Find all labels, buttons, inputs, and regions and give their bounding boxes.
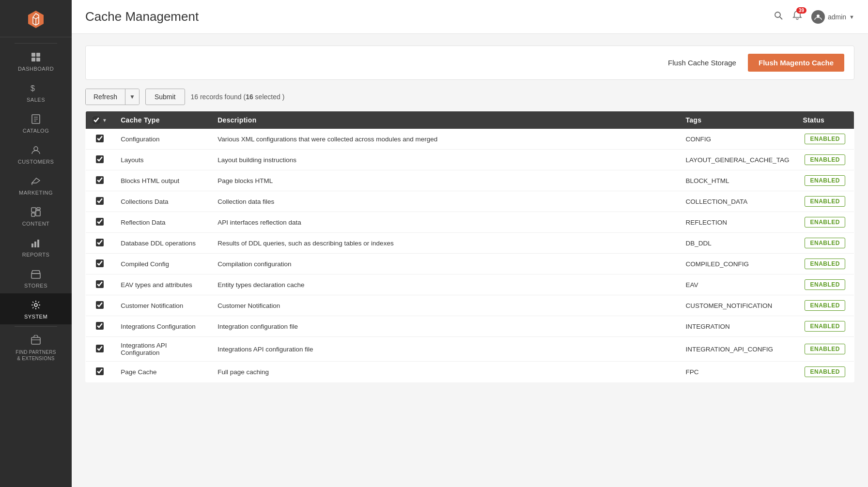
- sales-label: SALES: [27, 97, 45, 103]
- row-cache-type: Page Cache: [114, 362, 211, 382]
- row-checkbox[interactable]: [96, 197, 104, 205]
- sidebar-item-stores[interactable]: STORES: [0, 262, 72, 293]
- user-avatar: [811, 10, 825, 24]
- row-description: Integration configuration file: [211, 316, 679, 337]
- row-tags: FPC: [679, 362, 796, 382]
- page-title: Cache Management: [85, 9, 199, 24]
- row-checkbox-cell[interactable]: [86, 362, 114, 382]
- row-checkbox-cell[interactable]: [86, 274, 114, 295]
- status-badge: ENABLED: [805, 238, 845, 248]
- row-checkbox[interactable]: [96, 367, 104, 375]
- sidebar-item-catalog[interactable]: CATALOG: [0, 107, 72, 138]
- records-info: 16 records found (16 selected ): [191, 93, 285, 101]
- row-tags: CUSTOMER_NOTIFICATION: [679, 295, 796, 316]
- row-checkbox-cell[interactable]: [86, 295, 114, 316]
- row-description: Customer Notification: [211, 295, 679, 316]
- table-row: Integrations Configuration Integration c…: [86, 316, 854, 337]
- svg-rect-17: [31, 213, 35, 216]
- svg-rect-20: [34, 242, 36, 247]
- row-tags: CONFIG: [679, 129, 796, 150]
- select-all-checkbox[interactable]: [93, 116, 100, 124]
- status-badge: ENABLED: [805, 366, 845, 377]
- row-checkbox-cell[interactable]: [86, 233, 114, 254]
- table-row: Configuration Various XML configurations…: [86, 129, 854, 150]
- row-checkbox-cell[interactable]: [86, 170, 114, 191]
- col-header-description: Description: [211, 111, 679, 129]
- notification-bell[interactable]: 39: [792, 10, 803, 23]
- row-checkbox[interactable]: [96, 301, 104, 309]
- sidebar-item-find-partners[interactable]: FIND PARTNERS& EXTENSIONS: [0, 329, 72, 366]
- row-checkbox[interactable]: [96, 176, 104, 184]
- row-cache-type: Customer Notification: [114, 295, 211, 316]
- row-checkbox[interactable]: [96, 239, 104, 246]
- sidebar-item-sales[interactable]: $ SALES: [0, 76, 72, 107]
- status-badge: ENABLED: [805, 259, 845, 269]
- svg-rect-5: [36, 53, 40, 57]
- row-checkbox-cell[interactable]: [86, 316, 114, 337]
- find-partners-label: FIND PARTNERS& EXTENSIONS: [16, 349, 56, 362]
- dashboard-label: DASHBOARD: [18, 66, 54, 72]
- select-all-header: ▼: [86, 111, 114, 129]
- sidebar-item-system[interactable]: SYSTEM: [0, 293, 72, 324]
- page-header: Cache Management 39 admin ▼: [72, 0, 868, 34]
- sidebar-item-customers[interactable]: CUSTOMERS: [0, 138, 72, 169]
- svg-rect-15: [31, 208, 36, 212]
- row-cache-type: Layouts: [114, 150, 211, 170]
- sidebar-item-marketing[interactable]: MARKETING: [0, 169, 72, 200]
- row-description: Collection data files: [211, 191, 679, 212]
- flush-cache-storage-button[interactable]: Flush Cache Storage: [664, 56, 740, 70]
- row-checkbox[interactable]: [96, 345, 104, 352]
- reports-label: REPORTS: [22, 252, 49, 258]
- row-cache-type: Compiled Config: [114, 254, 211, 274]
- submit-button[interactable]: Submit: [145, 89, 185, 105]
- table-row: EAV types and attributes Entity types de…: [86, 274, 854, 295]
- stores-label: STORES: [24, 283, 47, 289]
- row-tags: INTEGRATION: [679, 316, 796, 337]
- row-checkbox-cell[interactable]: [86, 150, 114, 170]
- sidebar-item-reports[interactable]: REPORTS: [0, 231, 72, 262]
- row-checkbox[interactable]: [96, 135, 104, 142]
- row-checkbox-cell[interactable]: [86, 254, 114, 274]
- row-cache-type: Database DDL operations: [114, 233, 211, 254]
- row-checkbox[interactable]: [96, 280, 104, 288]
- row-checkbox-cell[interactable]: [86, 191, 114, 212]
- row-tags: BLOCK_HTML: [679, 170, 796, 191]
- row-status: ENABLED: [796, 274, 854, 295]
- flush-magento-cache-button[interactable]: Flush Magento Cache: [748, 54, 844, 72]
- svg-line-28: [780, 17, 782, 19]
- row-checkbox-cell[interactable]: [86, 212, 114, 233]
- row-checkbox[interactable]: [96, 155, 104, 163]
- search-icon[interactable]: [774, 11, 783, 23]
- sidebar-item-dashboard[interactable]: DASHBOARD: [0, 46, 72, 76]
- row-tags: COLLECTION_DATA: [679, 191, 796, 212]
- select-all-dropdown-icon[interactable]: ▼: [102, 118, 107, 123]
- row-status: ENABLED: [796, 362, 854, 382]
- col-header-cache-type: Cache Type: [114, 111, 211, 129]
- row-checkbox[interactable]: [96, 322, 104, 330]
- svg-rect-4: [31, 53, 35, 57]
- sidebar-item-content[interactable]: CONTENT: [0, 200, 72, 231]
- chevron-down-icon: ▼: [129, 93, 135, 100]
- refresh-dropdown-button[interactable]: ▼: [125, 89, 139, 105]
- row-description: Full page caching: [211, 362, 679, 382]
- status-badge: ENABLED: [805, 196, 845, 207]
- row-checkbox-cell[interactable]: [86, 337, 114, 362]
- row-checkbox[interactable]: [96, 218, 104, 226]
- refresh-button[interactable]: Refresh: [86, 89, 125, 105]
- row-status: ENABLED: [796, 191, 854, 212]
- table-row: Customer Notification Customer Notificat…: [86, 295, 854, 316]
- cache-table: ▼ Cache Type Description Tags Status: [85, 111, 854, 382]
- row-cache-type: Reflection Data: [114, 212, 211, 233]
- svg-point-24: [34, 304, 37, 306]
- row-description: Results of DDL queries, such as describi…: [211, 233, 679, 254]
- user-label: admin: [828, 13, 846, 21]
- svg-rect-7: [36, 58, 40, 61]
- row-cache-type: Configuration: [114, 129, 211, 150]
- svg-rect-16: [37, 208, 40, 210]
- sidebar-top-divider: [15, 43, 58, 44]
- row-status: ENABLED: [796, 212, 854, 233]
- customers-label: CUSTOMERS: [18, 159, 54, 165]
- row-checkbox[interactable]: [96, 259, 104, 267]
- row-checkbox-cell[interactable]: [86, 129, 114, 150]
- user-menu[interactable]: admin ▼: [811, 10, 854, 24]
